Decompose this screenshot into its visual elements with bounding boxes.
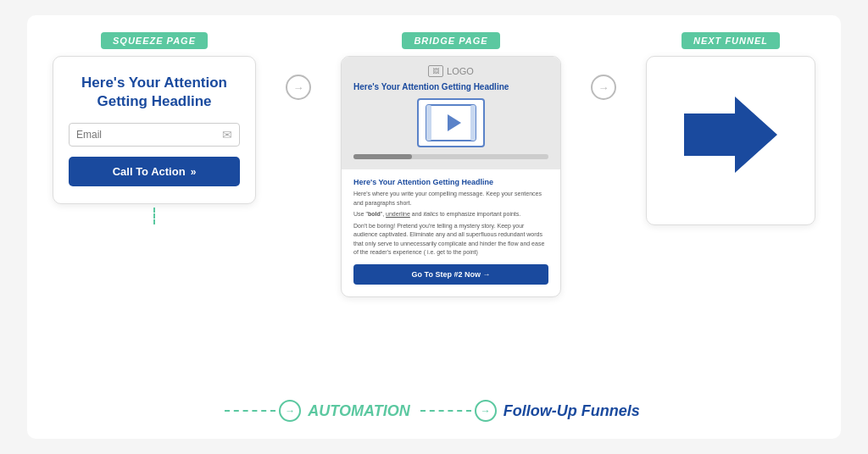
bottom-arrow-icon-1: → (285, 405, 295, 417)
bridge-section: BRIDGE PAGE 🖼 LOGO Here's Your Attention… (341, 32, 561, 297)
bridge-text-3: Don't be boring! Pretend you're telling … (353, 222, 548, 257)
followup-label: Follow-Up Funnels (497, 402, 647, 420)
bridge-card: 🖼 LOGO Here's Your Attention Getting Hea… (341, 56, 561, 297)
squeeze-dashed-bottom (153, 208, 155, 224)
main-container: SQUEEZE PAGE Here's Your Attention Getti… (27, 15, 841, 439)
logo-text: LOGO (447, 66, 474, 76)
svg-marker-4 (684, 97, 777, 173)
email-input[interactable] (76, 129, 222, 141)
arrow-right-icon-2: → (598, 81, 609, 94)
squeeze-section: SQUEEZE PAGE Here's Your Attention Getti… (53, 32, 256, 224)
bridge-top: 🖼 LOGO Here's Your Attention Getting Hea… (342, 57, 560, 169)
arrow-circle-2: → (591, 75, 616, 100)
bridge-text-2: Use "bold", underline and italics to emp… (353, 210, 548, 219)
bottom-arrow-2: → (475, 400, 497, 422)
next-card (646, 56, 815, 225)
top-row: SQUEEZE PAGE Here's Your Attention Getti… (53, 32, 815, 393)
automation-label: AUTOMATION (301, 402, 416, 420)
squeeze-label: SQUEEZE PAGE (101, 32, 208, 47)
bottom-arrow-icon-2: → (481, 405, 491, 417)
squeeze-card: Here's Your Attention Getting Headline ✉… (53, 56, 256, 204)
vertical-dotted-line (153, 208, 155, 224)
svg-rect-1 (426, 105, 431, 141)
bridge-cta-button[interactable]: Go To Step #2 Now → (353, 264, 548, 285)
arrow-connector-2: → (582, 75, 625, 100)
bridge-progress-bar-container (353, 154, 548, 159)
arrow-right-icon-1: → (293, 81, 304, 94)
bridge-label: BRIDGE PAGE (402, 32, 499, 47)
dotted-line-1 (225, 410, 275, 412)
video-icon (426, 104, 476, 141)
email-icon: ✉ (222, 128, 232, 141)
video-placeholder (417, 98, 485, 147)
squeeze-headline: Here's Your Attention Getting Headline (69, 74, 240, 111)
bottom-row: → AUTOMATION → Follow-Up Funnels (53, 393, 815, 422)
bridge-text-1: Here's where you write your compelling m… (353, 190, 548, 208)
arrow-circle-1: → (286, 75, 311, 100)
dotted-line-2 (420, 410, 471, 412)
email-input-row: ✉ (69, 123, 240, 147)
bridge-progress-fill (353, 154, 412, 159)
logo-placeholder: 🖼 LOGO (428, 65, 474, 77)
bridge-bottom: Here's Your Attention Getting Headline H… (342, 169, 560, 296)
arrow-connector-1: → (277, 75, 320, 100)
big-arrow-icon (684, 97, 777, 185)
cta-chevrons: » (191, 166, 197, 178)
bridge-card-headline: Here's Your Attention Getting Headline (353, 82, 548, 91)
bottom-arrow-1: → (279, 400, 301, 422)
svg-rect-2 (470, 105, 476, 141)
next-label: NEXT FUNNEL (682, 32, 780, 47)
next-section: NEXT FUNNEL (646, 32, 815, 225)
bridge-sub-headline: Here's Your Attention Getting Headline (353, 178, 548, 186)
logo-icon: 🖼 (428, 65, 443, 77)
cta-button[interactable]: Call To Action » (69, 157, 240, 186)
